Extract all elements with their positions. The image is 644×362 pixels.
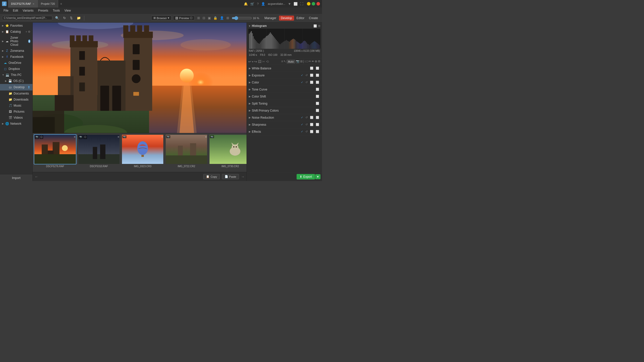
preview-button[interactable]: 🖼 Preview ⬡ — [173, 16, 195, 20]
settings-list-icon[interactable]: ≡ — [281, 60, 283, 64]
tc-copy-icon[interactable]: ⬜ — [315, 87, 320, 91]
person-icon[interactable]: 👤 — [219, 16, 225, 20]
export-button[interactable]: ⬆ Export — [297, 174, 315, 179]
panel-shift-primary-header[interactable]: ▶ Shift Primary Colors ⬜ — [247, 107, 322, 114]
grid2-view-btn[interactable]: ⊟ — [202, 16, 206, 20]
grid-view-btn[interactable]: ⊞ — [196, 16, 201, 20]
sidebar-item-dropbox[interactable]: ◻ Dropbox — [0, 66, 32, 72]
exp-paste-icon[interactable]: ⬜ — [315, 73, 320, 77]
menu-tools[interactable]: Tools — [51, 8, 62, 13]
menu-variants[interactable]: Variants — [21, 8, 35, 13]
redo-btn[interactable]: ↪ — [254, 60, 257, 64]
crop-btn[interactable]: ✂ — [262, 60, 265, 64]
sidebar-item-downloads[interactable]: 📁 Downloads — [0, 97, 32, 103]
panel-split-toning-header[interactable]: ▶ Split Toning ⬜ — [247, 100, 322, 107]
sidebar-item-zoner-cloud[interactable]: ▶ ☁ Zoner Photo Cloud ⬆ — [0, 35, 32, 48]
filmstrip-item-3[interactable]: 📷 ≡ IMG_0722.CR2 — [165, 134, 208, 168]
menu-edit[interactable]: Edit — [11, 8, 20, 13]
panel-sharpness-header[interactable]: ▶ Sharpness ✓ ↺ ⬜ ⬜ — [247, 121, 322, 128]
refresh-icon[interactable]: ↻ — [62, 16, 67, 20]
ef-check-icon[interactable]: ✓ — [300, 130, 304, 133]
heal-icon[interactable]: ⊕ — [315, 60, 317, 64]
sidebar-item-catalog[interactable]: ▶ 📋 Catalog + ⚙ — [0, 29, 32, 35]
develop-btn[interactable]: Develop — [279, 16, 294, 21]
sidebar-item-pictures[interactable]: 🖼 Pictures — [0, 109, 32, 115]
compare-btn[interactable]: 🖼 — [258, 60, 261, 64]
pen-icon[interactable]: ✒ — [312, 60, 314, 64]
camera-raw-icon[interactable]: 📷 — [296, 60, 300, 64]
tab-projekt720[interactable]: Projekt 720 — [38, 0, 58, 8]
transform-btn[interactable]: ⟲ — [266, 60, 269, 64]
exp-reset-icon[interactable]: ↺ — [305, 73, 308, 77]
cs-expand-icon[interactable]: ▶ — [249, 95, 251, 98]
help-icon[interactable]: ? — [257, 2, 259, 6]
nr-expand-icon[interactable]: ▶ — [249, 116, 251, 119]
browser-dropdown[interactable]: ▾ — [168, 16, 169, 20]
minimize-button[interactable] — [307, 2, 310, 6]
menu-view[interactable]: View — [62, 8, 73, 13]
sidebar-item-music[interactable]: 🎵 Music — [0, 103, 32, 109]
sh-reset-icon[interactable]: ↺ — [305, 123, 308, 126]
sh-copy-icon[interactable]: ⬜ — [309, 123, 314, 126]
histogram-settings-icon[interactable]: ⬜ — [313, 24, 317, 28]
create-btn[interactable]: Create — [307, 16, 320, 21]
col-check-icon[interactable]: ✓ — [300, 80, 304, 84]
editor-btn[interactable]: Editor — [295, 16, 306, 21]
menu-file[interactable]: File — [2, 8, 10, 13]
col-expand-icon[interactable]: ▶ — [249, 81, 251, 84]
sidebar-item-network[interactable]: ▶ 🌐 Network — [0, 121, 32, 127]
brush-icon[interactable]: ✏ — [309, 60, 311, 64]
film-thumb-castle[interactable]: 📷 ⓘ ≡ — [34, 134, 76, 164]
sidebar-item-videos[interactable]: 🎬 Videos — [0, 115, 32, 121]
gear-icon[interactable]: ⚙ — [318, 60, 320, 64]
maximize-button[interactable] — [312, 2, 315, 6]
path-display[interactable]: C:\Users\a_wes\Desktop\AP.work\ZP... — [2, 16, 52, 20]
exp-check-icon[interactable]: ✓ — [300, 73, 304, 77]
sidebar-item-desktop[interactable]: 🗂 Desktop ⬆ — [0, 84, 32, 90]
back-icon[interactable]: ← — [35, 175, 38, 179]
close-button[interactable] — [316, 2, 320, 6]
wb-paste-icon[interactable]: ⬜ — [315, 66, 320, 70]
st-copy-icon[interactable]: ⬜ — [315, 102, 320, 105]
histogram-expand[interactable]: ▼ — [248, 25, 251, 27]
export-dropdown-button[interactable]: ▼ — [315, 174, 320, 179]
wb-expand-icon[interactable]: ▶ — [249, 67, 251, 70]
filmstrip-item-2[interactable]: 📷 ≡ IMG_0323.CR3 — [121, 134, 164, 168]
col-paste-icon[interactable]: ⬜ — [315, 80, 320, 84]
sort-icon[interactable]: ⇅ — [69, 16, 74, 20]
paste-button[interactable]: 📄 Paste — [222, 174, 239, 179]
expand-icon[interactable]: ⛶ — [300, 2, 303, 6]
lock-icon[interactable]: 🔒 — [212, 16, 218, 20]
ef-reset-icon[interactable]: ↺ — [305, 130, 308, 133]
adjust4-icon[interactable]: □ — [306, 60, 308, 64]
film-thumb-dark[interactable]: 📷 ⓘ ≡ — [77, 134, 120, 164]
preview-external-icon[interactable]: ⬡ — [190, 16, 192, 20]
tab-close-icon[interactable]: ✕ — [32, 3, 34, 5]
panel-color-header[interactable]: ▶ Color ✓ ↺ ⬜ ⬜ — [247, 79, 322, 86]
import-button[interactable]: Import — [0, 175, 32, 181]
panel-noise-header[interactable]: ▶ Noise Reduction ✓ ↺ ⬜ ⬜ — [247, 114, 322, 121]
sh-paste-icon[interactable]: ⬜ — [315, 123, 320, 126]
panel-color-shift-header[interactable]: ▶ Color Shift ⬜ — [247, 93, 322, 100]
exp-expand-icon[interactable]: ▶ — [249, 74, 251, 77]
col-copy-icon[interactable]: ⬜ — [309, 80, 314, 84]
filmstrip-item-4[interactable]: 📷 ≡ IMG_0730.CR2 — [209, 134, 247, 168]
histogram-expand-icon[interactable]: ⚙ — [318, 24, 320, 28]
nr-check-icon[interactable]: ✓ — [300, 116, 304, 119]
ef-paste-icon[interactable]: ⬜ — [315, 130, 320, 133]
menu-presets[interactable]: Presets — [36, 8, 50, 13]
wb-copy-icon[interactable]: ⬜ — [309, 66, 314, 70]
browser-button[interactable]: ⊞ Browser ▾ — [151, 16, 172, 20]
panel-exposure-header[interactable]: ▶ Exposure ✓ ↺ ⬜ ⬜ — [247, 72, 322, 79]
sp-copy-icon[interactable]: ⬜ — [315, 109, 320, 112]
sh-check-icon[interactable]: ✓ — [300, 123, 304, 126]
sh-expand-icon[interactable]: ▶ — [249, 123, 251, 126]
film-thumb-cat[interactable]: 📷 ≡ — [209, 134, 247, 164]
user-icon[interactable]: 👤 — [261, 2, 265, 6]
sidebar-item-zonerama[interactable]: ▶ Z Zonerama — [0, 48, 32, 54]
sidebar-item-facebook[interactable]: ▶ f Facebook — [0, 54, 32, 60]
sidebar-item-osc[interactable]: ▶ 💾 OS (C:) — [0, 78, 32, 84]
panel-effects-header[interactable]: ▶ Effects ✓ ↺ ⬜ ⬜ — [247, 128, 322, 135]
screen-icon[interactable]: ⬜ — [294, 2, 298, 6]
col-reset-icon[interactable]: ↺ — [305, 80, 308, 84]
